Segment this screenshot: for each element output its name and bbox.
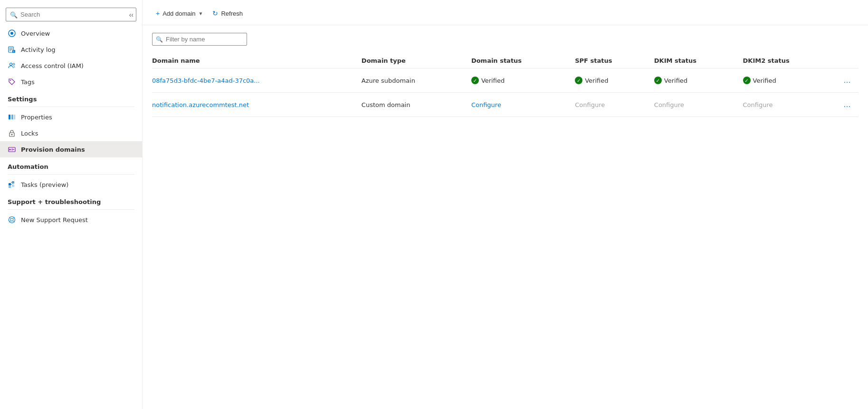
table-header: Domain name Domain type Domain status SP… [152,53,858,68]
sidebar-item-provision-domains-label: Provision domains [21,146,85,153]
properties-icon [8,113,16,121]
refresh-label: Refresh [221,10,243,17]
dkim-check-icon: ✓ [654,77,662,84]
svg-rect-24 [12,181,14,184]
sidebar-item-activity-log[interactable]: Activity log [0,41,142,58]
cell-domain-name: 08fa75d3-bfdc-4be7-a4ad-37c0a... [152,68,362,93]
cell-domain-type: Custom domain [362,93,471,117]
overview-icon [8,29,16,38]
cell-spf-status: Configure [575,93,654,117]
svg-rect-25 [12,185,14,187]
add-domain-icon: + [156,10,160,17]
toolbar: + Add domain ▼ ↻ Refresh [143,0,868,25]
filter-input-wrap: 🔍 [152,33,247,46]
svg-rect-6 [12,50,15,53]
domain-name-link[interactable]: notification.azurecommtest.net [152,101,249,108]
col-spf-status: SPF status [575,53,654,68]
support-divider [8,209,134,210]
automation-divider [8,174,134,175]
status-verified: ✓Verified [471,77,505,84]
svg-rect-12 [9,115,10,119]
svg-rect-23 [9,186,11,188]
svg-point-10 [13,63,15,65]
table-row: 08fa75d3-bfdc-4be7-a4ad-37c0a...Azure su… [152,68,858,93]
spf-configure-gray: Configure [575,101,605,108]
dkim2-verified: ✓Verified [743,77,776,84]
sidebar-item-provision-domains[interactable]: Provision domains [0,141,142,157]
settings-section-header: Settings [0,90,142,105]
cell-dkim-status: Configure [654,93,743,117]
col-more [839,53,858,68]
domain-name-link[interactable]: 08fa75d3-bfdc-4be7-a4ad-37c0a... [152,77,260,84]
refresh-icon: ↻ [212,10,218,17]
svg-point-29 [10,218,13,221]
spf-verified: ✓Verified [575,77,608,84]
svg-point-11 [10,80,11,81]
sidebar-item-new-support-label: New Support Request [21,216,88,224]
sidebar-item-locks[interactable]: Locks [0,125,142,141]
add-domain-button[interactable]: + Add domain ▼ [152,7,207,20]
activity-log-icon [8,45,16,54]
sidebar-item-locks-label: Locks [21,130,38,137]
sidebar-item-tasks[interactable]: Tasks (preview) [0,176,142,193]
sidebar-item-new-support[interactable]: New Support Request [0,212,142,228]
col-dkim-status: DKIM status [654,53,743,68]
col-domain-status: Domain status [471,53,575,68]
sidebar-item-iam[interactable]: Access control (IAM) [0,58,142,74]
locks-icon [8,129,16,137]
search-input[interactable] [6,8,136,21]
more-options-button[interactable]: … [841,98,853,111]
refresh-button[interactable]: ↻ Refresh [209,7,247,20]
iam-icon [8,61,16,70]
add-domain-label: Add domain [162,10,195,17]
settings-divider [8,107,134,107]
support-section-header: Support + troubleshooting [0,193,142,207]
col-domain-type: Domain type [362,53,471,68]
sidebar-item-overview-label: Overview [21,30,50,37]
verified-check-icon: ✓ [471,77,479,84]
cell-more: … [839,68,858,93]
cell-dkim-status: ✓Verified [654,68,743,93]
dkim-verified: ✓Verified [654,77,687,84]
sidebar-item-activity-log-label: Activity log [21,46,56,53]
sidebar-item-tasks-label: Tasks (preview) [21,181,68,188]
filter-bar: 🔍 [152,33,858,46]
sidebar-item-iam-label: Access control (IAM) [21,62,84,69]
add-domain-chevron-icon: ▼ [199,11,203,16]
collapse-sidebar-button[interactable]: ‹‹ [127,10,135,19]
sidebar-item-properties-label: Properties [21,114,52,121]
domain-status-configure-link[interactable]: Configure [471,101,501,108]
cell-domain-name: notification.azurecommtest.net [152,93,362,117]
tags-icon [8,78,16,86]
col-domain-name: Domain name [152,53,362,68]
tasks-icon [8,180,16,189]
search-wrap: 🔍 ‹‹ [0,4,142,25]
sidebar-item-tags[interactable]: Tags [0,74,142,90]
filter-input[interactable] [152,33,247,46]
cell-spf-status: ✓Verified [575,68,654,93]
domain-table: Domain name Domain type Domain status SP… [152,53,858,117]
sidebar: 🔍 ‹‹ Overview Activity log [0,0,143,409]
cell-domain-type: Azure subdomain [362,68,471,93]
automation-section-header: Automation [0,157,142,172]
table-body: 08fa75d3-bfdc-4be7-a4ad-37c0a...Azure su… [152,68,858,117]
more-options-button[interactable]: … [841,74,853,87]
cell-domain-status: ✓Verified [471,68,575,93]
cell-more: … [839,93,858,117]
main-content: + Add domain ▼ ↻ Refresh 🔍 Domain name D… [143,0,868,409]
svg-point-18 [10,149,11,150]
support-icon [8,215,16,224]
svg-point-9 [10,63,12,66]
dkim2-check-icon: ✓ [743,77,751,84]
cell-dkim2-status: Configure [743,93,839,117]
content-area: 🔍 Domain name Domain type Domain status … [143,25,868,409]
svg-rect-14 [14,115,15,119]
sidebar-item-properties[interactable]: Properties [0,109,142,125]
provision-domains-icon [8,145,16,154]
sidebar-item-overview[interactable]: Overview [0,25,142,41]
dkim2-configure-gray: Configure [743,101,773,108]
cell-dkim2-status: ✓Verified [743,68,839,93]
svg-rect-13 [11,115,13,119]
sidebar-item-tags-label: Tags [21,78,35,86]
svg-point-16 [11,134,13,136]
